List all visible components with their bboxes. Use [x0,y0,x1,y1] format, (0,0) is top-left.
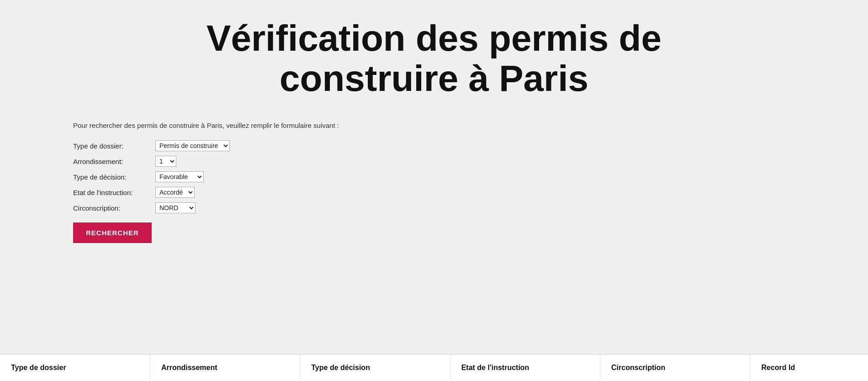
type-decision-label: Type de décision: [73,173,155,181]
type-dossier-select[interactable]: Permis de construire Déclaration préalab… [155,140,230,151]
table-header-row: Type de dossier Arrondissement Type de d… [0,355,868,381]
arrondissement-select[interactable]: 1234 5678 9101112 13141516 17181920 [155,156,176,167]
circonscription-label: Circonscription: [73,204,155,212]
arrondissement-row: Arrondissement: 1234 5678 9101112 131415… [73,156,795,167]
results-table-section: Type de dossier Arrondissement Type de d… [0,354,868,381]
col-header-etat-instruction: Etat de l'instruction [450,355,600,381]
type-dossier-row: Type de dossier: Permis de construire Dé… [73,140,795,151]
page-title: Vérification des permis de construire à … [73,18,795,99]
etat-instruction-row: Etat de l'instruction: Accordé Refusé En… [73,187,795,198]
type-decision-select[interactable]: Favorable Défavorable Sans suite Tacite [155,171,204,182]
etat-instruction-select[interactable]: Accordé Refusé En cours Annulé [155,187,195,198]
col-header-circonscription: Circonscription [600,355,750,381]
arrondissement-label: Arrondissement: [73,158,155,165]
col-header-record-id: Record Id [750,355,868,381]
search-button[interactable]: RECHERCHER [73,222,152,243]
main-content: Vérification des permis de construire à … [0,0,868,243]
col-header-arrondissement: Arrondissement [150,355,300,381]
page-description: Pour rechercher des permis de construire… [73,122,795,129]
type-dossier-label: Type de dossier: [73,142,155,150]
results-table: Type de dossier Arrondissement Type de d… [0,355,868,381]
col-header-type-dossier: Type de dossier [0,355,150,381]
col-header-type-decision: Type de décision [300,355,450,381]
circonscription-select[interactable]: NORD SUD EST OUEST CENTRE [155,202,196,213]
circonscription-row: Circonscription: NORD SUD EST OUEST CENT… [73,202,795,213]
etat-instruction-label: Etat de l'instruction: [73,189,155,196]
search-form: Type de dossier: Permis de construire Dé… [73,140,795,243]
type-decision-row: Type de décision: Favorable Défavorable … [73,171,795,182]
